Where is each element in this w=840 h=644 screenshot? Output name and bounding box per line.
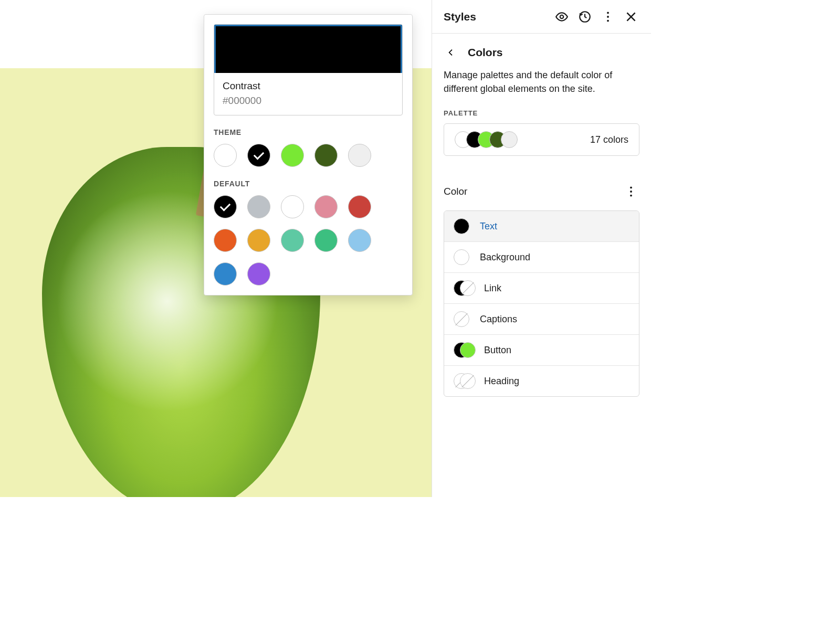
theme-swatch[interactable] [281, 144, 304, 167]
back-button[interactable] [444, 45, 458, 60]
sidebar-title: Styles [444, 10, 550, 23]
default-swatch[interactable] [281, 195, 304, 218]
default-swatch-row [214, 195, 403, 286]
color-chip [454, 249, 469, 265]
sidebar-header: Styles [432, 0, 651, 34]
palette-card[interactable]: 17 colors [444, 123, 639, 156]
color-item-captions[interactable]: Captions [444, 304, 639, 335]
color-chip-duo [454, 342, 474, 358]
theme-swatch-row [214, 144, 403, 167]
color-elements-list: TextBackgroundLinkCaptionsButtonHeading [444, 210, 639, 397]
editor-canvas: Contrast #000000 THEME DEFAULT [0, 0, 432, 497]
default-swatch[interactable] [314, 195, 338, 218]
color-item-text[interactable]: Text [444, 211, 639, 242]
theme-swatch[interactable] [214, 144, 237, 167]
color-chip-duo [454, 280, 474, 296]
default-swatch[interactable] [214, 229, 237, 252]
default-swatch[interactable] [214, 262, 237, 286]
default-swatch[interactable] [348, 195, 371, 218]
palette-section-label: PALETTE [432, 109, 651, 123]
default-swatch[interactable] [247, 195, 270, 218]
theme-swatch[interactable] [348, 144, 371, 167]
default-swatch[interactable] [314, 229, 338, 252]
default-swatch[interactable] [247, 262, 270, 286]
svg-point-0 [560, 15, 564, 18]
color-item-label: Captions [480, 314, 517, 325]
subpanel-title: Colors [468, 46, 503, 59]
svg-point-4 [607, 19, 609, 22]
palette-preview-dots [455, 131, 518, 148]
default-swatch[interactable] [247, 229, 270, 252]
color-picker-popover: Contrast #000000 THEME DEFAULT [204, 14, 413, 295]
theme-swatch[interactable] [314, 144, 338, 167]
more-options-button[interactable] [596, 5, 620, 28]
default-swatches-heading: DEFAULT [214, 180, 403, 188]
svg-point-2 [607, 12, 609, 14]
color-item-label: Background [480, 252, 530, 263]
styles-sidebar: Styles Colors Manage palettes and the de… [432, 0, 651, 497]
color-item-heading[interactable]: Heading [444, 366, 639, 396]
color-chip-empty [454, 311, 469, 327]
color-chip-duo [454, 373, 474, 389]
color-chip [454, 218, 469, 234]
subpanel-description: Manage palettes and the default color of… [432, 68, 651, 109]
palette-dot [501, 131, 518, 148]
color-item-label: Text [480, 221, 497, 232]
color-item-background[interactable]: Background [444, 242, 639, 273]
default-swatch[interactable] [348, 229, 371, 252]
theme-swatches-heading: THEME [214, 128, 403, 136]
color-section-header: Color [432, 180, 651, 210]
color-item-label: Link [484, 283, 501, 294]
selected-color-hex: #000000 [223, 95, 394, 107]
color-item-button[interactable]: Button [444, 335, 639, 366]
sidebar-subheader: Colors [432, 34, 651, 68]
svg-point-5 [630, 187, 632, 189]
selected-color-name: Contrast [223, 80, 394, 92]
color-section-options-button[interactable] [620, 180, 643, 203]
svg-point-3 [607, 16, 609, 18]
theme-swatch[interactable] [247, 144, 270, 167]
selected-swatch-preview: Contrast #000000 [214, 24, 403, 115]
color-item-link[interactable]: Link [444, 273, 639, 304]
revisions-button[interactable] [573, 5, 596, 28]
color-item-label: Button [484, 345, 511, 356]
svg-point-7 [630, 195, 632, 197]
color-section-title: Color [444, 186, 620, 197]
default-swatch[interactable] [281, 229, 304, 252]
svg-point-6 [630, 191, 632, 193]
default-swatch[interactable] [214, 195, 237, 218]
color-item-label: Heading [484, 376, 519, 387]
close-sidebar-button[interactable] [620, 5, 643, 28]
stylebook-toggle-button[interactable] [550, 5, 573, 28]
selected-color-swatch[interactable] [214, 25, 402, 73]
palette-count: 17 colors [590, 134, 628, 145]
